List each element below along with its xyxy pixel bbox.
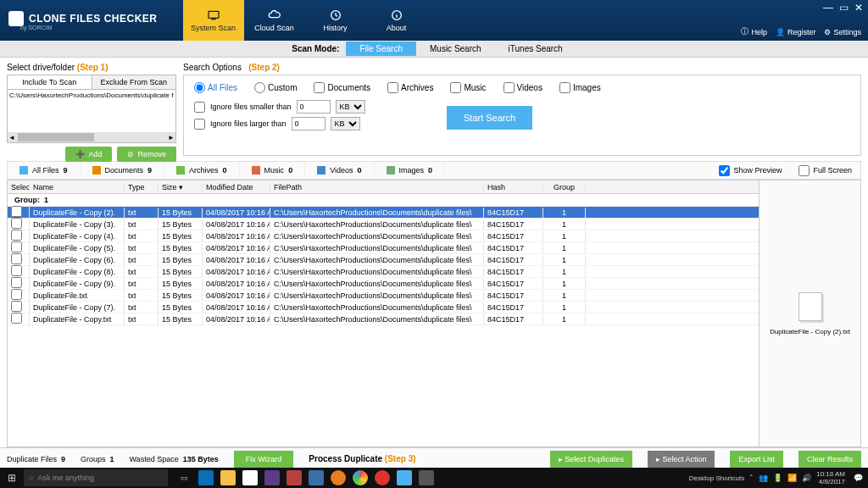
taskbar-clock[interactable]: 10:18 AM4/8/2017 (816, 470, 845, 485)
row-checkbox[interactable] (11, 313, 22, 324)
taskbar-search[interactable]: ○ Ask me anything (24, 469, 168, 486)
table-row[interactable]: DuplicateFile - Copy (3).txt15 Bytes04/0… (8, 219, 759, 230)
chk-full-screen[interactable]: Full Screen (790, 165, 860, 176)
tray-sound-icon[interactable]: 🔊 (802, 474, 811, 482)
drive-list[interactable]: C:\Users\HaxortechProductions\Documents\… (7, 89, 176, 143)
radio-allfiles[interactable]: All Files (194, 82, 237, 93)
register-link[interactable]: 👤 Register (776, 26, 816, 37)
add-button[interactable]: ➕ Add (65, 147, 112, 162)
row-checkbox[interactable] (11, 265, 22, 276)
col-name[interactable]: Name (30, 182, 125, 192)
tab-system-scan[interactable]: System Scan (183, 0, 244, 41)
chk-show-preview[interactable]: Show Preview (710, 165, 790, 176)
firefox-icon[interactable] (331, 470, 346, 485)
hscrollbar[interactable]: ◄► (8, 132, 175, 142)
mode-music-search[interactable]: Music Search (416, 42, 495, 56)
tray-battery-icon[interactable]: 🔋 (773, 474, 782, 482)
tray-wifi-icon[interactable]: 📶 (787, 474, 797, 482)
row-checkbox[interactable] (11, 218, 22, 229)
app-icon-4[interactable] (419, 470, 434, 485)
select-duplicates-button[interactable]: ▸ Select Duplicates (550, 451, 632, 468)
tray-up-icon[interactable]: ˄ (749, 474, 754, 482)
start-button[interactable]: ⊞ (0, 472, 24, 484)
typetab-music[interactable]: Music 0 (240, 162, 306, 179)
typetab-all[interactable]: All Files 9 (8, 162, 81, 179)
small-unit[interactable]: KB (336, 100, 365, 114)
large-size-input[interactable] (292, 117, 326, 130)
tab-exclude[interactable]: Exclude From Scan (92, 75, 176, 89)
tab-include[interactable]: Include To Scan (8, 75, 92, 89)
row-checkbox[interactable] (11, 241, 22, 252)
mode-file-search[interactable]: File Search (346, 42, 416, 56)
table-row[interactable]: DuplicateFile - Copy (9).txt15 Bytes04/0… (8, 278, 759, 290)
typetab-videos[interactable]: Videos 0 (305, 162, 374, 179)
row-checkbox[interactable] (11, 289, 22, 300)
table-row[interactable]: DuplicateFile - Copy (8).txt15 Bytes04/0… (8, 266, 759, 278)
chk-ignore-small[interactable] (194, 102, 205, 113)
large-unit[interactable]: KB (331, 117, 360, 130)
minimize-button[interactable]: — (822, 2, 834, 14)
table-row[interactable]: DuplicateFile - Copy (4).txt15 Bytes04/0… (8, 230, 759, 242)
col-hash[interactable]: Hash (484, 182, 543, 192)
clear-results-button[interactable]: Clear Results (798, 451, 861, 468)
table-row[interactable]: DuplicateFile - Copy (5).txt15 Bytes04/0… (8, 242, 759, 254)
maximize-button[interactable]: ▭ (837, 2, 849, 14)
tab-cloud-scan[interactable]: Cloud Scan (244, 0, 305, 41)
col-path[interactable]: FilePath (270, 182, 484, 192)
small-size-input[interactable] (297, 100, 331, 114)
tray-shortcuts[interactable]: Desktop Shortcuts (689, 474, 744, 482)
row-checkbox[interactable] (11, 230, 22, 241)
tray-people-icon[interactable]: 👥 (759, 474, 768, 482)
system-tray[interactable]: Desktop Shortcuts ˄ 👥 🔋 📶 🔊 (689, 474, 811, 482)
select-action-button[interactable]: ▸ Select Action (648, 451, 715, 468)
fix-wizard-button[interactable]: Fix Wizard (234, 451, 294, 468)
edge-icon[interactable] (198, 470, 214, 485)
chk-archives[interactable]: Archives (387, 82, 433, 93)
settings-link[interactable]: ⚙ Settings (824, 26, 861, 37)
app-icon-1[interactable] (264, 470, 280, 485)
start-search-button[interactable]: Start Search (447, 106, 532, 130)
store-icon[interactable] (242, 470, 258, 485)
col-type[interactable]: Type (125, 182, 159, 192)
tab-about[interactable]: About (366, 0, 427, 41)
col-size[interactable]: Size ▾ (159, 182, 203, 192)
app-icon-2[interactable] (287, 470, 302, 485)
col-date[interactable]: Modified Date (203, 182, 270, 192)
typetab-documents[interactable]: Documents 9 (81, 162, 165, 179)
col-select[interactable]: Select (8, 182, 30, 192)
row-checkbox[interactable] (11, 206, 22, 217)
taskview-icon[interactable]: ▭ (176, 470, 192, 485)
app-icon-3[interactable] (309, 470, 324, 485)
chk-ignore-large[interactable] (194, 119, 205, 130)
remove-button[interactable]: ⊘ Remove (117, 147, 176, 162)
radio-custom[interactable]: Custom (254, 82, 297, 93)
chk-videos[interactable]: Videos (504, 82, 542, 93)
row-checkbox[interactable] (11, 301, 22, 312)
table-row[interactable]: DuplicateFile - Copy.txttxt15 Bytes04/08… (8, 313, 759, 325)
export-list-button[interactable]: Export List (730, 451, 783, 468)
chk-music[interactable]: Music (450, 82, 486, 93)
close-button[interactable]: ✕ (853, 2, 865, 14)
tab-history[interactable]: History (305, 0, 366, 41)
chk-documents[interactable]: Documents (314, 82, 370, 93)
row-checkbox[interactable] (11, 253, 22, 264)
drive-path[interactable]: C:\Users\HaxortechProductions\Documents\… (9, 92, 174, 99)
group-header[interactable]: Group: 1 (8, 194, 759, 207)
table-row[interactable]: DuplicateFile - Copy (6).txt15 Bytes04/0… (8, 254, 759, 266)
typetab-images[interactable]: Images 0 (375, 162, 446, 179)
opera-icon[interactable] (375, 470, 390, 485)
col-group[interactable]: Group (543, 182, 586, 192)
windows-taskbar[interactable]: ⊞ ○ Ask me anything ▭ Desktop Shortcuts … (0, 468, 868, 488)
chrome-icon[interactable] (353, 470, 368, 485)
notifications-icon[interactable]: 💬 (854, 474, 863, 482)
mode-itunes-search[interactable]: iTunes Search (495, 42, 576, 56)
chk-images[interactable]: Images (559, 82, 601, 93)
typetab-archives[interactable]: Archives 0 (164, 162, 240, 179)
explorer-icon[interactable] (220, 470, 236, 485)
row-checkbox[interactable] (11, 277, 22, 288)
table-row[interactable]: DuplicateFile - Copy (7).txt15 Bytes04/0… (8, 302, 759, 313)
table-row[interactable]: DuplicateFile - Copy (2).txt15 Bytes04/0… (8, 207, 759, 219)
table-row[interactable]: DuplicateFile.txttxt15 Bytes04/08/2017 1… (8, 290, 759, 302)
help-link[interactable]: ⓘ Help (741, 26, 767, 37)
cfc-taskbar-icon[interactable] (397, 470, 412, 485)
